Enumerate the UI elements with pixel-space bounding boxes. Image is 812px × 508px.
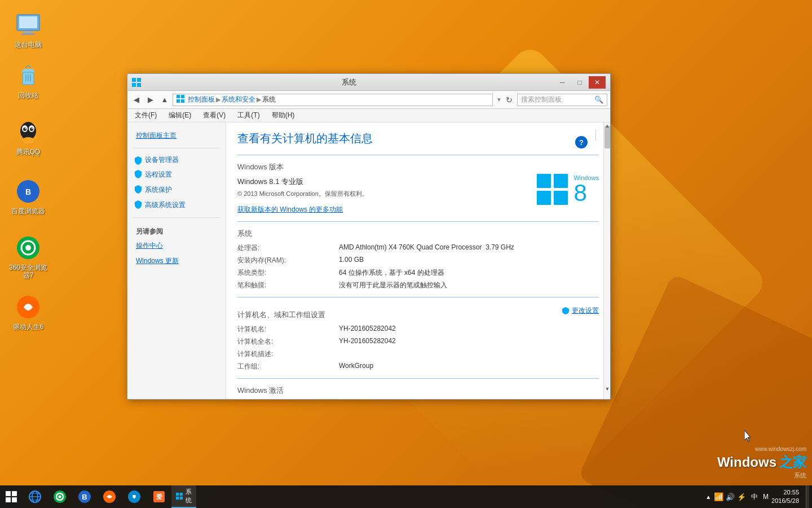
desktop-icon-pc[interactable]: 这台电脑 [8, 11, 48, 49]
show-desktop-button[interactable] [806, 485, 809, 508]
svg-rect-25 [181, 95, 184, 98]
desktop-icon-pc-label: 这台电脑 [15, 41, 42, 49]
scrollbar-up-arrow[interactable]: ▲ [604, 122, 610, 129]
sidebar-action-center[interactable]: 操作中心 [127, 238, 226, 253]
taskbar-system-icon[interactable]: 系统 [171, 485, 196, 508]
desktop-icon-360[interactable]: 360安全浏览器7 [8, 234, 48, 280]
sidebar-control-panel-home[interactable]: 控制面板主页 [127, 128, 226, 143]
computer-desc-label: 计算机描述: [237, 349, 339, 359]
menu-view[interactable]: 查看(V) [198, 110, 230, 121]
up-button[interactable]: ▲ [158, 94, 171, 106]
tray-network-icon[interactable]: 📶 [714, 492, 723, 501]
svg-rect-29 [12, 491, 17, 496]
sidebar-windows-update[interactable]: Windows 更新 [127, 253, 226, 269]
taskbar-icon-6[interactable]: 爱 [147, 485, 171, 508]
taskbar-tray: ▲ 📶 🔊 ⚡ 中 M 20:55 2016/5/28 [705, 485, 812, 508]
taskbar-compass-icon[interactable] [122, 485, 147, 508]
sidebar-also-title: 另请参阅 [127, 222, 226, 238]
computer-name-header: 计算机名、域和工作组设置 [237, 310, 325, 320]
sidebar-advanced-label: 高级系统设置 [145, 200, 186, 210]
svg-rect-24 [176, 95, 180, 98]
computer-name-grid: 计算机名: YH-201605282042 计算机全名: YH-20160528… [237, 325, 599, 371]
breadcrumb-panel[interactable]: 控制面板 [188, 95, 215, 104]
desktop-icon-qq[interactable]: 腾讯QQ [8, 119, 48, 156]
forward-button[interactable]: ▶ [144, 94, 157, 106]
address-path[interactable]: 控制面板 ▶ 系统和安全 ▶ 系统 [173, 94, 493, 106]
breadcrumb-security[interactable]: 系统和安全 [222, 95, 255, 104]
desktop-icon-recycle[interactable]: 回收站 [8, 62, 48, 99]
tray-m-indicator[interactable]: M [763, 493, 769, 501]
activation-header: Windows 激活 [237, 386, 599, 396]
watermark-windows: Windows [717, 454, 776, 470]
back-button[interactable]: ◀ [130, 94, 143, 106]
dropdown-arrow[interactable]: ▼ [496, 97, 502, 103]
breadcrumb-home-icon [176, 95, 184, 104]
computer-fqdn-label: 计算机全名: [237, 337, 339, 347]
tray-show-arrow[interactable]: ▲ [705, 494, 711, 500]
desktop-icon-baidu-label: 百度浏览器 [11, 207, 45, 215]
desktop-icon-baidu[interactable]: B 百度浏览器 [8, 178, 48, 215]
search-box[interactable]: 搜索控制面板 🔍 [517, 94, 607, 106]
refresh-button[interactable]: ↻ [503, 94, 515, 106]
svg-point-37 [59, 496, 61, 498]
desktop: 这台电脑 回收站 [0, 0, 812, 508]
taskbar-icon-4[interactable] [97, 485, 122, 508]
svg-rect-45 [176, 493, 179, 496]
menu-file[interactable]: 文件(F) [130, 110, 161, 121]
desktop-icon-drive[interactable]: 驱动人生6 [8, 294, 48, 331]
taskbar-360-icon[interactable] [47, 485, 72, 508]
tray-sound-icon[interactable]: 🔊 [726, 493, 735, 501]
taskbar-ie-icon[interactable] [23, 485, 47, 508]
desktop-icon-360-label: 360安全浏览器7 [8, 264, 48, 280]
tray-battery-icon[interactable]: ⚡ [737, 493, 746, 501]
close-button[interactable]: ✕ [589, 76, 606, 89]
svg-rect-23 [137, 83, 141, 87]
menu-help[interactable]: 帮助(H) [267, 110, 299, 121]
sidebar-remote[interactable]: 远程设置 [127, 167, 226, 182]
pen-touch-label: 笔和触摸: [237, 281, 339, 290]
windows-edition: Windows 8.1 专业版 [237, 177, 526, 187]
search-icon[interactable]: 🔍 [594, 95, 603, 104]
computer-name-label: 计算机名: [237, 325, 339, 334]
system-info-grid: 处理器: AMD Athlon(tm) X4 760K Quad Core Pr… [237, 243, 599, 290]
system-type-value: 64 位操作系统，基于 x64 的处理器 [339, 268, 599, 278]
svg-text:B: B [25, 187, 31, 196]
sidebar-device-manager[interactable]: 设备管理器 [127, 153, 226, 167]
tray-time[interactable]: 20:55 2016/5/28 [771, 488, 802, 506]
desktop-icon-recycle-label: 回收站 [18, 91, 38, 99]
taskbar-baidu-icon[interactable]: B [72, 485, 97, 508]
menu-edit[interactable]: 编辑(E) [164, 110, 196, 121]
watermark-jiahao: 之家 [779, 453, 806, 471]
date-display: 2016/5/28 [771, 497, 799, 505]
tray-keyboard-indicator[interactable]: 中 [749, 492, 760, 502]
scrollbar-track[interactable]: ▼ ▲ [603, 122, 610, 399]
breadcrumb: 控制面板 ▶ 系统和安全 ▶ 系统 [176, 95, 276, 104]
help-button[interactable]: ? [575, 136, 588, 148]
menubar: 文件(F) 编辑(E) 查看(V) 工具(T) 帮助(H) [127, 109, 610, 122]
section-divider-1 [237, 155, 599, 155]
svg-rect-31 [12, 497, 17, 502]
sidebar-advanced[interactable]: 高级系统设置 [127, 198, 226, 213]
system-type-label: 系统类型: [237, 268, 339, 278]
minimize-button[interactable]: ─ [554, 76, 571, 89]
svg-rect-26 [176, 99, 180, 103]
menu-tools[interactable]: 工具(T) [233, 110, 264, 121]
scrollbar-down-arrow[interactable]: ▼ [604, 386, 610, 392]
svg-point-9 [23, 128, 27, 131]
change-settings-link[interactable]: 更改设置 [572, 306, 599, 316]
maximize-button[interactable]: □ [571, 76, 588, 89]
section-divider-3 [237, 297, 599, 297]
start-button[interactable] [0, 485, 23, 508]
svg-point-18 [25, 245, 31, 251]
computer-desc-value [339, 349, 599, 359]
sidebar-protection[interactable]: 系统保护 [127, 182, 226, 198]
more-features-link[interactable]: 获取新版本的 Windows 的更多功能 [237, 205, 343, 213]
system-window: 系统 ─ □ ✕ ◀ ▶ ▲ 控制面板 ▶ 系统和安全 ▶ [127, 73, 611, 400]
titlebar[interactable]: 系统 ─ □ ✕ [127, 74, 610, 91]
scrollbar-thumb[interactable] [604, 126, 610, 148]
window-icon [132, 78, 141, 87]
svg-point-10 [30, 128, 33, 131]
svg-rect-2 [24, 31, 33, 33]
shield-icon-4 [134, 200, 142, 211]
svg-rect-28 [6, 491, 11, 496]
